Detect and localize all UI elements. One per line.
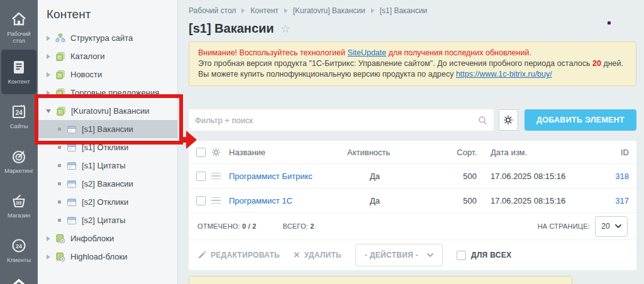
element-id-link[interactable]: 318 (615, 172, 629, 181)
row-checkbox[interactable] (196, 196, 206, 205)
tree-item-infoblocks[interactable]: Инфоблоки (38, 229, 177, 248)
total-value: 2 (310, 222, 314, 230)
bullet-icon (58, 128, 61, 131)
tree-item-news[interactable]: Новости (38, 65, 177, 84)
row-checkbox[interactable] (196, 172, 206, 181)
site-structure-icon (55, 33, 65, 43)
bullet-icon (58, 164, 61, 167)
edit-button[interactable]: РЕДАКТИРОВАТЬ (197, 251, 280, 259)
select-all-checkbox[interactable] (196, 148, 206, 157)
nav-marketing[interactable]: Маркетинг (1, 139, 36, 183)
favorite-star-icon[interactable]: ☆ (280, 22, 291, 36)
breadcrumb-link[interactable]: Контент (250, 6, 278, 15)
column-header-active[interactable]: Активность (347, 148, 435, 157)
tree-item-s2-vacancies[interactable]: [s2] Вакансии (38, 175, 177, 193)
nav-label: Контент (8, 78, 30, 85)
column-header-name[interactable]: Название (229, 148, 347, 157)
window-icon (67, 197, 77, 207)
row-menu-icon[interactable] (211, 197, 221, 204)
tree-item-s1-responses[interactable]: [s1] Отклики (38, 138, 177, 156)
row-menu-icon[interactable] (211, 173, 221, 180)
for-all-option[interactable]: ДЛЯ ВСЕХ (457, 251, 511, 260)
tree-item-label: [s2] Цитаты (82, 216, 126, 225)
filter-toolbar: ДОБАВИТЬ ЭЛЕМЕНТ (189, 109, 636, 131)
rail-collapse-button[interactable] (0, 278, 38, 284)
tree-item-s1-vacancies[interactable]: [s1] Вакансии (38, 120, 177, 138)
column-header-modified[interactable]: Дата изм. (479, 148, 586, 157)
tree-item-s1-quotes[interactable]: [s1] Цитаты (38, 156, 177, 175)
table-footer: ОТМЕЧЕНО: 0 / 2 ВСЕГО: 2 НА СТРАНИЦЕ: 20 (189, 212, 636, 239)
element-id-link[interactable]: 317 (615, 196, 629, 205)
delete-button[interactable]: × УДАЛИТЬ (294, 251, 341, 259)
add-element-button[interactable]: ДОБАВИТЬ ЭЛЕМЕНТ (525, 109, 636, 131)
expand-arrow-icon[interactable] (47, 90, 50, 96)
tree-item-label: [s2] Отклики (82, 197, 128, 207)
breadcrumb-link[interactable]: Рабочий стол (189, 6, 236, 15)
expand-arrow-icon[interactable] (47, 236, 50, 241)
content-tree-sidebar: Контент Структура сайта Каталоги Новости… (38, 0, 178, 284)
tree-item-s2-quotes[interactable]: [s2] Цитаты (38, 211, 177, 229)
notice-warning-text: для получения последних обновлений. (386, 48, 531, 57)
total-counter: ВСЕГО: 2 (282, 222, 314, 230)
notice-warning-line: Внимание! Воспользуйтесь технологией Sit… (198, 48, 627, 58)
green-stack-icon (55, 70, 65, 80)
tree-item-catalogs[interactable]: Каталоги (38, 47, 177, 65)
tree-item-label: [s1] Цитаты (82, 161, 126, 170)
expand-arrow-icon[interactable] (47, 36, 50, 41)
for-all-checkbox[interactable] (457, 251, 466, 260)
chevron-down-icon (427, 253, 433, 257)
notice-warning-text: Внимание! Воспользуйтесь технологией (198, 48, 347, 57)
delete-label: УДАЛИТЬ (304, 251, 341, 259)
page-title: [s1] Вакансии (189, 21, 274, 36)
expand-arrow-icon[interactable] (47, 72, 50, 77)
window-icon (67, 216, 77, 226)
nav-content[interactable]: Контент (1, 50, 36, 94)
pencil-icon (197, 251, 206, 259)
nav-desktop[interactable]: Рабочий стол (1, 5, 36, 50)
table-header-row: Название Активность Сорт. Дата изм. ID (189, 141, 636, 163)
table-row: Программист Битрикс Да 500 17.06.2025 08… (189, 163, 636, 188)
for-all-label: ДЛЯ ВСЕХ (471, 251, 511, 259)
siteupdate-link[interactable]: SiteUpdate (347, 48, 386, 57)
tree-item-label: Каталоги (70, 52, 105, 61)
bullet-icon (58, 182, 61, 185)
tree-item-kuratovru-vacancies[interactable]: [Kuratovru] Вакансии (38, 102, 177, 120)
nav-shop[interactable]: Магазин (1, 183, 36, 228)
tree-item-offers[interactable]: Торговые предложения (38, 84, 177, 102)
column-header-sort[interactable]: Сорт. (435, 148, 479, 157)
nav-clients[interactable]: Клиенты (1, 228, 36, 273)
element-link[interactable]: Программист Битрикс (229, 172, 313, 181)
nav-sites[interactable]: Сайты (1, 94, 36, 139)
breadcrumb-link[interactable]: [Kuratovru] Вакансии (293, 6, 365, 15)
gear-icon (503, 115, 513, 125)
bullet-icon (58, 200, 61, 204)
filter-search-input[interactable] (195, 116, 478, 125)
tree-item-label: Торговые предложения (70, 88, 159, 97)
tree-item-site-structure[interactable]: Структура сайта (38, 29, 177, 47)
expand-arrow-icon[interactable] (47, 254, 50, 259)
column-header-id[interactable]: ID (586, 148, 629, 157)
tree-item-label: [s2] Вакансии (82, 179, 133, 188)
row-name-cell: Программист 1С (229, 196, 347, 205)
tree-item-highload-blocks[interactable]: Highload-блоки (38, 248, 177, 266)
checked-value: 0 / 2 (242, 222, 256, 230)
row-name-cell: Программист Битрикс (229, 172, 347, 181)
per-page-select[interactable]: 20 (595, 216, 628, 237)
row-sort-cell: 500 (435, 196, 479, 205)
tree-item-label: Highload-блоки (70, 252, 127, 261)
buy-link[interactable]: https://www.1c-bitrix.ru/buy/ (456, 70, 552, 79)
collapse-arrow-icon[interactable] (46, 109, 51, 113)
expand-arrow-icon[interactable] (47, 54, 50, 59)
table-row: Программист 1С Да 500 17.06.2025 08:15:1… (189, 188, 636, 212)
search-icon[interactable] (478, 116, 487, 125)
filter-search-box[interactable] (189, 109, 494, 131)
basket-icon (11, 193, 27, 209)
grid-settings-button[interactable] (499, 109, 518, 131)
actions-dropdown[interactable]: - ДЕЙСТВИЯ - (355, 244, 443, 266)
per-page-value: 20 (601, 222, 610, 231)
element-link[interactable]: Программист 1С (229, 196, 292, 205)
trial-days-left: 20 (592, 59, 601, 68)
breadcrumb-link[interactable]: [s1] Вакансии (380, 6, 428, 15)
column-settings-gear-icon[interactable] (211, 148, 221, 157)
tree-item-s2-responses[interactable]: [s2] Отклики (38, 193, 177, 211)
